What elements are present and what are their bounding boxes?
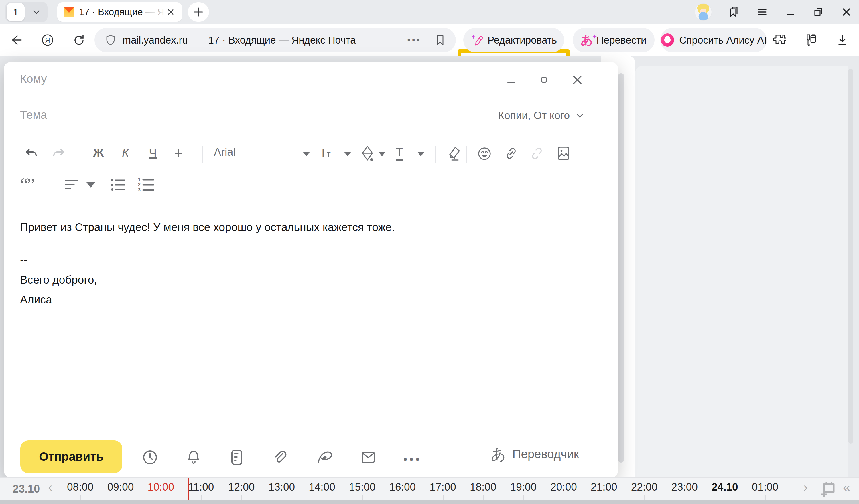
timeline-time[interactable]: 21:00 xyxy=(584,481,624,493)
timeline-time[interactable]: 24.10 xyxy=(705,481,745,493)
url-text[interactable]: mail.yandex.ru xyxy=(123,34,188,46)
window-restore-icon[interactable] xyxy=(812,6,825,18)
downloads-icon[interactable] xyxy=(835,33,849,47)
translator-icon: あ xyxy=(491,448,506,460)
edit-button[interactable]: Редактировать xyxy=(463,28,564,52)
font-family-caret-icon[interactable] xyxy=(303,152,310,156)
new-tab-button[interactable] xyxy=(188,2,209,22)
highlight-color-caret-icon[interactable] xyxy=(378,152,386,156)
browser-menu-icon[interactable] xyxy=(756,6,769,18)
timeline-time[interactable]: 17:00 xyxy=(423,481,463,493)
timeline-add-event-icon[interactable] xyxy=(820,480,837,497)
timeline-time[interactable]: 12:00 xyxy=(221,481,262,493)
schedule-send-icon[interactable] xyxy=(142,449,159,465)
window-close-icon[interactable] xyxy=(840,6,853,18)
font-family-select[interactable]: Arial xyxy=(214,146,236,158)
send-button[interactable]: Отправить xyxy=(20,441,122,473)
emoji-icon[interactable] xyxy=(477,146,493,162)
insert-link-icon[interactable] xyxy=(503,146,519,161)
signature-pen-icon[interactable] xyxy=(316,449,334,465)
browser-window: 1 17 · Входящие — Яндек xyxy=(0,0,859,504)
redo-icon[interactable] xyxy=(51,146,66,161)
timeline-next-icon[interactable]: › xyxy=(803,480,808,494)
paragraph-toolbar: “” 123 xyxy=(4,176,618,196)
timeline-time[interactable]: 16:00 xyxy=(382,481,423,493)
bold-button[interactable]: Ж xyxy=(93,146,104,159)
blockquote-icon[interactable]: “” xyxy=(20,174,33,196)
timeline-prev-icon[interactable]: ‹ xyxy=(48,480,52,494)
translate-button[interactable]: あ✦ Перевести xyxy=(573,28,654,52)
timeline-time[interactable]: 10:00 xyxy=(140,481,181,493)
mail-scrollbar[interactable] xyxy=(618,73,624,462)
italic-button[interactable]: К xyxy=(122,146,129,159)
compose-minimize-icon[interactable] xyxy=(506,74,517,86)
window-minimize-icon[interactable] xyxy=(784,6,797,18)
back-icon[interactable] xyxy=(9,33,24,47)
format-toolbar: Ж К Ч Т Arial Тт Т xyxy=(4,144,618,165)
timeline-time[interactable]: 08:00 xyxy=(60,481,101,493)
underline-button[interactable]: Ч xyxy=(149,146,156,159)
reminder-bell-icon[interactable] xyxy=(185,449,202,465)
cc-from-toggle[interactable]: Копии, От кого xyxy=(498,110,585,122)
bookmarks-panel-icon[interactable] xyxy=(727,5,740,19)
highlight-color-icon[interactable] xyxy=(359,144,376,162)
font-size-select[interactable]: Тт xyxy=(319,146,331,159)
template-icon[interactable] xyxy=(230,449,244,465)
timeline-time[interactable]: 22:00 xyxy=(624,481,665,493)
shield-icon[interactable] xyxy=(105,34,116,46)
undo-icon[interactable] xyxy=(24,146,39,161)
message-body[interactable]: Привет из Страны чудес! У меня все хорош… xyxy=(20,217,564,309)
timeline-time[interactable]: 20:00 xyxy=(543,481,584,493)
timeline-time[interactable]: 23:00 xyxy=(664,481,705,493)
timeline-time[interactable]: 09:00 xyxy=(101,481,141,493)
message-envelope-icon[interactable] xyxy=(360,449,377,465)
tab-list-chevron-icon[interactable] xyxy=(25,7,47,17)
body-line: Алиса xyxy=(20,290,564,309)
timeline-time[interactable]: 11:00 xyxy=(181,481,221,493)
timeline-time[interactable]: 13:00 xyxy=(261,481,302,493)
body-paragraph: Привет из Страны чудес! У меня все хорош… xyxy=(20,217,564,237)
url-more-icon[interactable]: ••• xyxy=(407,35,421,45)
text-color-button[interactable]: Т xyxy=(396,146,403,161)
magic-pencil-icon xyxy=(470,33,484,47)
timeline-time[interactable]: 19:00 xyxy=(503,481,544,493)
browser-tab[interactable]: 17 · Входящие — Яндек xyxy=(57,2,182,22)
align-icon[interactable] xyxy=(65,178,80,192)
compose-expand-icon[interactable] xyxy=(538,74,550,86)
clear-format-icon[interactable] xyxy=(446,145,463,162)
passwords-cards-icon[interactable] xyxy=(804,33,818,47)
user-avatar[interactable] xyxy=(695,3,712,20)
toolbar-divider xyxy=(466,146,467,163)
timeline-time[interactable]: 15:00 xyxy=(342,481,382,493)
strikethrough-button[interactable]: Т xyxy=(175,146,182,159)
bullet-list-icon[interactable] xyxy=(110,178,126,192)
tab-counter[interactable]: 1 xyxy=(6,3,25,21)
timeline-time[interactable]: 18:00 xyxy=(463,481,503,493)
reload-icon[interactable] xyxy=(72,33,87,47)
remove-link-icon[interactable] xyxy=(529,146,545,161)
extensions-icon[interactable] xyxy=(772,33,786,47)
text-color-caret-icon[interactable] xyxy=(418,152,424,156)
to-field[interactable]: Кому xyxy=(20,72,47,85)
tabbar-right-controls xyxy=(695,0,853,24)
subject-field[interactable]: Тема xyxy=(20,108,47,121)
tab-close-icon[interactable] xyxy=(166,7,175,17)
timeline-time[interactable]: 01:00 xyxy=(745,481,785,493)
timeline-collapse-icon[interactable]: « xyxy=(843,479,850,495)
compose-close-icon[interactable] xyxy=(571,74,584,86)
timeline-times: 08:0009:0010:0011:0012:0013:0014:0015:00… xyxy=(60,481,785,493)
more-actions-icon[interactable]: ••• xyxy=(404,454,422,466)
insert-image-icon[interactable] xyxy=(556,145,572,162)
timeline-time[interactable]: 14:00 xyxy=(302,481,342,493)
attach-file-icon[interactable] xyxy=(272,449,289,465)
yandex-services-icon[interactable]: Я xyxy=(40,33,55,47)
tab-counter-group[interactable]: 1 xyxy=(5,2,47,22)
ask-alice-button[interactable]: Спросить Алису AI xyxy=(660,28,767,52)
page-scrollbar[interactable] xyxy=(848,69,853,444)
align-caret-icon[interactable] xyxy=(87,182,95,188)
font-size-caret-icon[interactable] xyxy=(344,152,351,156)
numbered-list-icon[interactable]: 123 xyxy=(137,177,155,192)
translator-toggle[interactable]: あ Переводчик xyxy=(491,447,579,461)
bookmark-icon[interactable] xyxy=(434,34,446,46)
url-field[interactable]: mail.yandex.ru 17 · Входящие — Яндекс По… xyxy=(94,28,456,52)
